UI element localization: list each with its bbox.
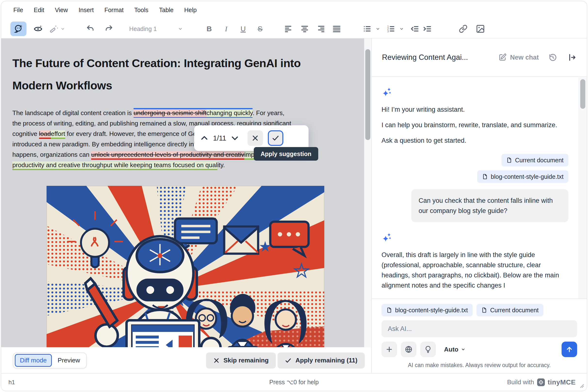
next-suggestion-button[interactable] xyxy=(231,134,239,142)
assistant-reply-text: Overall, this draft is largely in line w… xyxy=(381,250,568,290)
menu-file[interactable]: File xyxy=(13,6,23,14)
align-justify-icon[interactable] xyxy=(332,24,341,33)
align-left-icon[interactable] xyxy=(284,24,293,33)
bold-button[interactable]: B xyxy=(204,25,214,33)
compose-icon xyxy=(498,53,506,62)
skip-remaining-label: Skip remaining xyxy=(223,357,269,364)
doc-text: cognitive xyxy=(12,130,39,137)
menu-table[interactable]: Table xyxy=(159,6,174,14)
ai-review-icon xyxy=(34,24,43,34)
indent-icon[interactable] xyxy=(423,24,432,33)
style-guide-file-tag[interactable]: blog-content-style-guide.txt xyxy=(477,170,568,183)
view-mode-switch: Diff mode Preview xyxy=(13,352,87,368)
tinymce-logo xyxy=(537,378,545,386)
chevron-down-icon[interactable] xyxy=(375,26,380,31)
ai-chat-button[interactable] xyxy=(11,22,27,36)
diff-inserted-text: effort xyxy=(51,130,65,139)
send-button[interactable] xyxy=(561,342,577,357)
tinymce-branding[interactable]: Build with tinyMCE xyxy=(507,378,576,386)
mode-select[interactable]: Auto xyxy=(444,346,466,353)
reject-suggestion-button[interactable] xyxy=(247,130,263,146)
diff-inserted-text: productivity and creative throughput whi… xyxy=(12,161,217,170)
bullet-list-icon[interactable] xyxy=(363,24,372,33)
align-center-icon[interactable] xyxy=(300,24,309,33)
undo-button[interactable] xyxy=(85,22,96,36)
send-arrow-icon xyxy=(565,345,573,354)
italic-button[interactable]: I xyxy=(221,25,231,33)
diff-suggestion[interactable]: loadeffort xyxy=(39,130,65,139)
diff-mode-toggle[interactable]: Diff mode xyxy=(15,354,52,367)
app-window: File Edit View Insert Format Tools Table… xyxy=(1,1,587,391)
brand-name: tinyMCE xyxy=(548,378,576,386)
strikethrough-button[interactable]: S xyxy=(255,25,265,33)
sparkles-icon xyxy=(381,232,568,244)
doc-text: . For years, xyxy=(253,109,284,116)
previous-suggestion-button[interactable] xyxy=(200,134,209,142)
apply-suggestion-tooltip: Apply suggestion xyxy=(254,147,318,161)
chat-composer: blog-content-style-guide.txt Current doc… xyxy=(372,298,587,373)
status-bar: Press ⌥0 for help h1 Build with tinyMCE xyxy=(1,373,587,391)
apply-remaining-button[interactable]: Apply remaining (11) xyxy=(278,352,365,368)
redo-icon xyxy=(105,24,114,33)
brand-prefix: Build with xyxy=(507,378,534,386)
block-format-select[interactable]: Heading 1 xyxy=(129,26,183,32)
web-search-button[interactable] xyxy=(401,342,416,357)
menu-format[interactable]: Format xyxy=(105,6,124,14)
menubar: File Edit View Insert Format Tools Table… xyxy=(13,6,197,14)
diff-deleted-text: unlock unprecedented levels of productiv… xyxy=(91,151,244,160)
document-canvas[interactable]: The Future of Content Creation: Integrat… xyxy=(1,38,371,347)
document-icon xyxy=(481,307,487,313)
outdent-icon[interactable] xyxy=(410,24,419,33)
globe-icon xyxy=(405,346,412,353)
panel-header: Reviewing Content Agai... New chat xyxy=(372,38,587,77)
ai-chat-icon xyxy=(14,24,23,34)
numbered-list-icon[interactable]: 1 2 3 xyxy=(387,24,395,33)
collapse-panel-button[interactable] xyxy=(568,53,576,62)
menu-edit[interactable]: Edit xyxy=(34,6,44,14)
chevron-down-icon[interactable] xyxy=(399,26,404,31)
chat-transcript[interactable]: Hi! I’m your writing assistant. I can he… xyxy=(372,77,578,298)
check-icon xyxy=(285,357,292,364)
resize-handle[interactable] xyxy=(578,382,584,388)
chat-scrollbar[interactable] xyxy=(578,77,587,298)
diff-suggestion-selected[interactable]: undergoing a seismic shiftchanging quick… xyxy=(134,108,253,118)
chat-history-button[interactable] xyxy=(548,53,557,62)
editor-scrollbar[interactable] xyxy=(364,38,371,347)
document-illustration[interactable] xyxy=(47,186,324,347)
ask-ai-input[interactable] xyxy=(381,320,577,337)
ai-assistant-panel: Reviewing Content Agai... New chat xyxy=(372,38,587,373)
editor-scrollbar-thumb[interactable] xyxy=(365,49,370,140)
document-title[interactable]: The Future of Content Creation: Integrat… xyxy=(12,52,342,97)
current-document-tag[interactable]: Current document xyxy=(501,154,568,166)
assistant-message-line: Ask a question to get started. xyxy=(381,136,568,146)
underline-button[interactable]: U xyxy=(238,25,248,33)
attach-button[interactable] xyxy=(381,342,397,357)
link-icon[interactable] xyxy=(459,24,467,33)
ai-review-button[interactable] xyxy=(33,22,43,36)
skip-remaining-button[interactable]: Skip remaining xyxy=(206,352,276,368)
help-shortcut-text: Press ⌥0 for help xyxy=(1,379,587,386)
align-right-icon[interactable] xyxy=(316,24,325,33)
chat-scrollbar-thumb[interactable] xyxy=(580,79,585,109)
diff-inserted-text: changing quickly xyxy=(207,109,253,117)
menu-tools[interactable]: Tools xyxy=(134,6,148,14)
style-guide-file-label: blog-content-style-guide.txt xyxy=(395,307,468,314)
conversation-title: Reviewing Content Agai... xyxy=(382,53,498,62)
style-guide-file-tag[interactable]: blog-content-style-guide.txt xyxy=(381,304,473,316)
image-icon[interactable] xyxy=(476,24,485,34)
menu-help[interactable]: Help xyxy=(184,6,197,14)
assistant-message-line: I can help you brainstorm, rewrite, tran… xyxy=(381,120,568,130)
redo-button[interactable] xyxy=(104,22,114,36)
menu-view[interactable]: View xyxy=(55,6,68,14)
diff-action-bar: Diff mode Preview Skip remaining Apply r… xyxy=(1,347,371,373)
preview-toggle[interactable]: Preview xyxy=(53,355,85,366)
apply-suggestion-button[interactable] xyxy=(268,130,283,146)
current-document-tag[interactable]: Current document xyxy=(476,304,543,316)
style-guide-file-label: blog-content-style-guide.txt xyxy=(491,173,563,180)
user-message-text: Can you check that the content falls inl… xyxy=(419,197,553,214)
close-icon xyxy=(252,134,259,142)
suggestions-button[interactable] xyxy=(420,342,436,357)
new-chat-button[interactable]: New chat xyxy=(498,53,539,62)
menu-insert[interactable]: Insert xyxy=(79,6,94,14)
ai-shortcuts-button[interactable] xyxy=(50,22,65,36)
